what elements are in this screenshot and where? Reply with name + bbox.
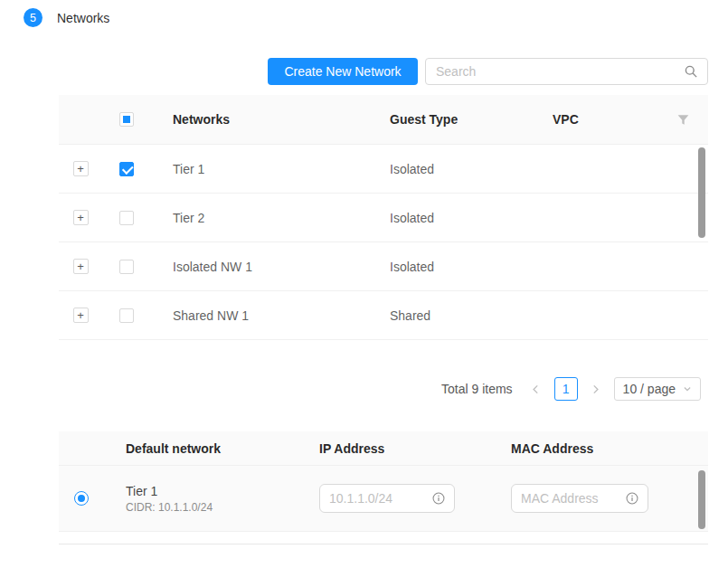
ip-address-input-box[interactable]	[319, 484, 455, 513]
column-header-ip-address: IP Address	[298, 441, 496, 456]
page-size-value: 10 / page	[623, 382, 676, 396]
plus-icon: +	[77, 212, 84, 223]
column-header-networks: Networks	[151, 112, 368, 127]
guest-type-value: Isolated	[368, 162, 531, 176]
column-header-guest-type: Guest Type	[368, 112, 531, 127]
pagination-total: Total 9 items	[441, 382, 513, 396]
networks-step-page: 5 Networks Create New Network Networks G…	[0, 0, 728, 568]
column-header-default-network: Default network	[104, 441, 298, 456]
mac-address-input[interactable]	[521, 491, 620, 506]
expand-row-button[interactable]: +	[73, 308, 89, 323]
search-box[interactable]	[425, 58, 708, 85]
step-title: Networks	[57, 11, 109, 25]
guest-type-value: Isolated	[368, 211, 531, 225]
expand-row-button[interactable]: +	[73, 210, 89, 225]
pagination: Total 9 items 1 10 / page	[59, 377, 708, 401]
networks-table: Networks Guest Type VPC + Tier 1 Isolate…	[59, 95, 708, 340]
column-header-mac-address: MAC Address	[496, 441, 708, 456]
toolbar: Create New Network	[268, 58, 708, 85]
expand-row-button[interactable]: +	[73, 161, 89, 176]
step-number-badge: 5	[24, 8, 43, 27]
chevron-down-icon	[683, 384, 692, 393]
page-size-select[interactable]: 10 / page	[614, 377, 701, 401]
info-icon[interactable]	[432, 492, 445, 505]
row-checkbox[interactable]	[119, 308, 134, 323]
search-icon[interactable]	[685, 65, 697, 78]
row-checkbox[interactable]	[119, 211, 134, 225]
table-row: + Tier 2 Isolated	[59, 194, 708, 242]
default-network-radio[interactable]	[74, 491, 89, 506]
plus-icon: +	[77, 309, 84, 321]
row-checkbox[interactable]	[119, 162, 134, 176]
create-new-network-button[interactable]: Create New Network	[268, 58, 418, 85]
guest-type-value: Shared	[368, 308, 531, 323]
plus-icon: +	[77, 260, 84, 272]
select-all-checkbox[interactable]	[119, 112, 134, 127]
guest-type-value: Isolated	[368, 260, 531, 274]
table-row: + Isolated NW 1 Isolated	[59, 242, 708, 291]
default-network-table-header: Default network IP Address MAC Address	[59, 431, 708, 466]
table-row: + Shared NW 1 Shared	[59, 291, 708, 340]
default-network-table: Default network IP Address MAC Address T…	[59, 431, 708, 532]
row-checkbox[interactable]	[119, 260, 134, 274]
pagination-next-button[interactable]	[585, 377, 607, 401]
pagination-prev-button[interactable]	[525, 377, 547, 401]
default-network-cidr: CIDR: 10.1.1.0/24	[126, 501, 298, 514]
table-scrollbar[interactable]	[698, 147, 705, 238]
section-divider	[59, 544, 708, 544]
column-header-vpc: VPC	[531, 112, 657, 127]
filter-icon[interactable]	[677, 114, 689, 126]
network-name: Tier 2	[151, 211, 368, 225]
default-network-name: Tier 1	[126, 484, 298, 498]
table-row: + Tier 1 Isolated	[59, 145, 708, 194]
expand-row-button[interactable]: +	[73, 259, 89, 274]
select-all-cell	[102, 112, 151, 127]
step-header: 5 Networks	[24, 8, 109, 27]
ip-address-input[interactable]	[329, 491, 427, 506]
search-input[interactable]	[436, 64, 677, 79]
network-name: Shared NW 1	[151, 308, 368, 323]
plus-icon: +	[77, 163, 84, 175]
info-icon[interactable]	[626, 492, 638, 505]
networks-table-header: Networks Guest Type VPC	[59, 95, 708, 145]
default-network-row: Tier 1 CIDR: 10.1.1.0/24	[59, 466, 708, 532]
pagination-page-1[interactable]: 1	[554, 377, 578, 401]
network-name: Tier 1	[151, 162, 368, 176]
network-name: Isolated NW 1	[151, 260, 368, 274]
mac-address-input-box[interactable]	[511, 484, 648, 513]
table-scrollbar[interactable]	[698, 470, 705, 529]
